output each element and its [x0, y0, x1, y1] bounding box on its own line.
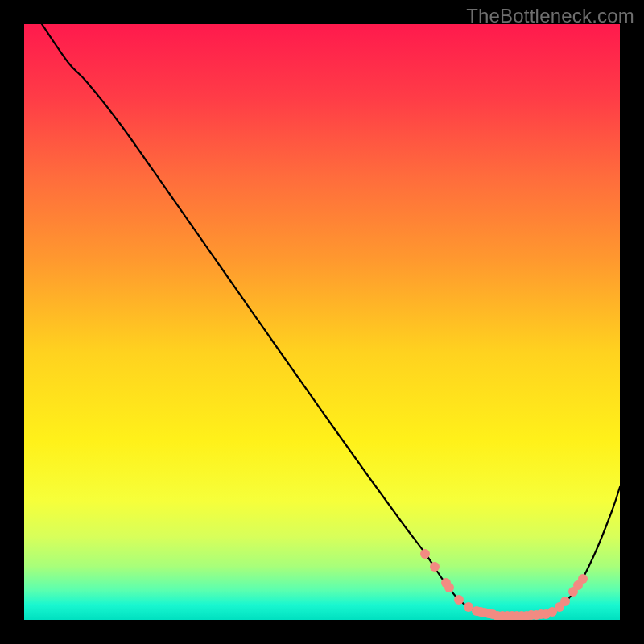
watermark-text: TheBottleneck.com: [466, 5, 634, 27]
chart-svg: [24, 24, 620, 620]
marker-dot: [454, 595, 464, 605]
marker-dot: [578, 574, 588, 584]
marker-dot: [420, 549, 430, 559]
marker-dot: [444, 583, 454, 592]
marker-dot: [430, 562, 440, 572]
chart-background: [24, 24, 620, 620]
marker-dot: [560, 597, 570, 606]
